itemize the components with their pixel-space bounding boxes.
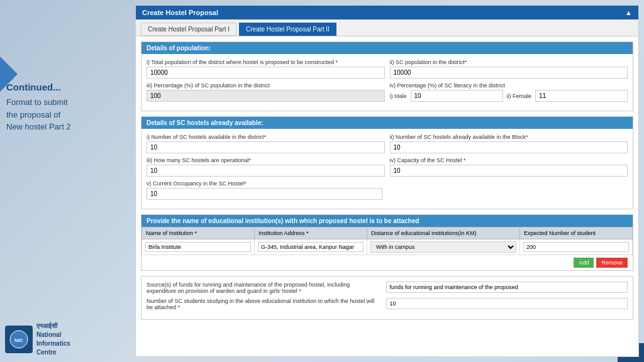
source-row2: Number of SC students studying in the ab… bbox=[147, 298, 628, 310]
block-hostels-input[interactable] bbox=[390, 141, 628, 153]
nic-logo-text: एनआईसी National Informatics Centre bbox=[36, 322, 70, 357]
source-input[interactable] bbox=[386, 282, 628, 293]
sc-literacy-label: iv) Percentage (%) of SC literacy in the… bbox=[390, 82, 628, 89]
total-population-field: i) Total population of the district wher… bbox=[147, 59, 385, 79]
modal-header: Create Hostel Proposal ▲ bbox=[136, 6, 638, 19]
action-buttons: Add Remove bbox=[142, 255, 633, 270]
distance-cell: With in campus 0-1 KM 1-2 KM 2-5 KM bbox=[367, 239, 519, 255]
add-row-button[interactable]: Add bbox=[574, 258, 594, 268]
modal-collapse-icon[interactable]: ▲ bbox=[625, 9, 632, 16]
sc-hostels-section: Details of SC hostels already available:… bbox=[141, 116, 633, 209]
district-hostels-label: i) Number of SC hostels available in the… bbox=[147, 134, 385, 140]
students-cell bbox=[520, 239, 633, 255]
tab-part2[interactable]: Create Hostel Proposal Part II bbox=[239, 23, 336, 36]
capacity-field: iv) Capacity of the SC Hostel * bbox=[390, 157, 628, 177]
district-hostels-input[interactable] bbox=[147, 141, 385, 153]
female-input[interactable] bbox=[535, 90, 628, 102]
distance-select[interactable]: With in campus 0-1 KM 1-2 KM 2-5 KM bbox=[370, 241, 516, 253]
sc-population-input[interactable] bbox=[390, 67, 628, 79]
sidebar-text: Format to submit the proposal of New hos… bbox=[6, 96, 126, 133]
sc-percentage-input[interactable] bbox=[147, 90, 385, 102]
total-population-label: i) Total population of the district wher… bbox=[147, 59, 385, 65]
operational-label: iii) How many SC hostels are operational… bbox=[147, 157, 385, 163]
students-count-input[interactable] bbox=[386, 298, 628, 309]
institution-address-cell bbox=[254, 239, 367, 255]
operational-input[interactable] bbox=[147, 165, 385, 177]
students-count-label: Number of SC students studying in the ab… bbox=[147, 298, 381, 310]
literacy-inline: i) Male ii) Female bbox=[390, 90, 628, 102]
sc-population-field: ii) SC population in the district* bbox=[390, 59, 628, 79]
tab-part1[interactable]: Create Hostel Proposal Part I bbox=[141, 23, 236, 36]
population-section: Details of population: i) Total populati… bbox=[141, 41, 633, 111]
district-hostels-field: i) Number of SC hostels available in the… bbox=[147, 134, 385, 153]
sc-population-label: ii) SC population in the district* bbox=[390, 59, 628, 65]
col-institution-address: Institution Address * bbox=[254, 228, 367, 239]
col-distance: Distance of educational institutions(in … bbox=[367, 228, 519, 239]
sc-hostels-header: Details of SC hostels already available: bbox=[142, 117, 633, 129]
capacity-input[interactable] bbox=[390, 165, 628, 177]
institution-table: Name of Institution * Institution Addres… bbox=[142, 227, 633, 255]
occupancy-field: v) Current Occupancy in the SC Hostel* bbox=[147, 180, 382, 200]
main-content: Create Hostel Proposal ▲ Create Hostel P… bbox=[135, 5, 639, 357]
students-input[interactable] bbox=[523, 242, 629, 252]
sc-hostels-row3: v) Current Occupancy in the SC Hostel* bbox=[147, 180, 628, 200]
sc-hostels-row2: iii) How many SC hostels are operational… bbox=[147, 157, 628, 177]
col-students: Expected Number of student bbox=[520, 228, 633, 239]
institution-section: Provide the name of educational institut… bbox=[141, 214, 633, 271]
sc-percentage-field: iii) Percentage (%) of SC population in … bbox=[147, 82, 385, 102]
table-header-row: Name of Institution * Institution Addres… bbox=[142, 228, 633, 239]
table-row: With in campus 0-1 KM 1-2 KM 2-5 KM bbox=[142, 239, 633, 255]
population-header: Details of population: bbox=[142, 42, 633, 54]
institution-address-input[interactable] bbox=[258, 242, 364, 252]
sidebar: Continued... Format to submit the propos… bbox=[0, 0, 132, 362]
sidebar-arrow bbox=[0, 57, 18, 92]
institution-header: Provide the name of educational institut… bbox=[142, 215, 633, 227]
modal-title: Create Hostel Proposal bbox=[142, 9, 218, 16]
female-label: ii) Female bbox=[507, 93, 532, 99]
institution-name-cell bbox=[142, 239, 255, 255]
sc-hostels-row1: i) Number of SC hostels available in the… bbox=[147, 134, 628, 153]
tab-bar: Create Hostel Proposal Part I Create Hos… bbox=[136, 19, 638, 36]
block-hostels-label: ii) Number of SC hostels already availab… bbox=[390, 134, 628, 140]
svg-text:NIC: NIC bbox=[14, 337, 23, 343]
male-input[interactable] bbox=[411, 90, 503, 102]
population-row2: iii) Percentage (%) of SC population in … bbox=[147, 82, 628, 102]
total-population-input[interactable] bbox=[147, 67, 385, 79]
occupancy-input[interactable] bbox=[147, 188, 382, 200]
institution-name-input[interactable] bbox=[145, 242, 251, 252]
source-section: Source(s) of funds for running and maint… bbox=[141, 276, 633, 320]
population-row1: i) Total population of the district wher… bbox=[147, 59, 628, 79]
nic-logo-icon: NIC bbox=[5, 326, 33, 353]
capacity-label: iv) Capacity of the SC Hostel * bbox=[390, 157, 628, 163]
source-row1: Source(s) of funds for running and maint… bbox=[147, 282, 628, 294]
operational-field: iii) How many SC hostels are operational… bbox=[147, 157, 385, 177]
block-hostels-field: ii) Number of SC hostels already availab… bbox=[390, 134, 628, 153]
sc-hostels-body: i) Number of SC hostels available in the… bbox=[142, 129, 633, 209]
nic-logo: NIC एनआईसी National Informatics Centre bbox=[5, 322, 70, 357]
sc-literacy-field: iv) Percentage (%) of SC literacy in the… bbox=[390, 82, 628, 102]
col-institution-name: Name of Institution * bbox=[142, 228, 255, 239]
occupancy-label: v) Current Occupancy in the SC Hostel* bbox=[147, 180, 382, 187]
sc-percentage-label: iii) Percentage (%) of SC population in … bbox=[147, 82, 385, 89]
population-body: i) Total population of the district wher… bbox=[142, 54, 633, 111]
male-label: i) Male bbox=[390, 93, 407, 99]
remove-row-button[interactable]: Remove bbox=[596, 258, 628, 268]
sidebar-continued: Continued... bbox=[6, 82, 126, 92]
source-label: Source(s) of funds for running and maint… bbox=[147, 282, 381, 294]
